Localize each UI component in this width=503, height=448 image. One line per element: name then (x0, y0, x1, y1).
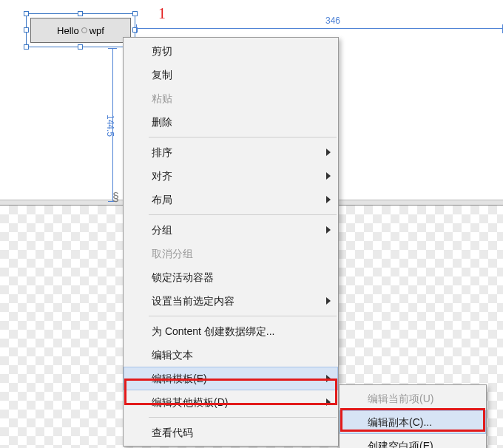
menu-item: 粘贴 (124, 86, 338, 110)
menu-item-label: 创建空白项(E)... (368, 440, 442, 448)
menu-item[interactable]: 布局 (124, 188, 338, 211)
menu-item[interactable]: 对齐 (124, 164, 338, 188)
menu-item[interactable]: 删除 (124, 110, 338, 134)
menu-item[interactable]: 为 Content 创建数据绑定... (124, 319, 338, 343)
menu-item[interactable]: 编辑其他模板(D) (124, 390, 338, 414)
menu-item: 编辑当前项(U) (340, 387, 486, 410)
menu-item-label: 编辑其他模板(D) (152, 396, 228, 408)
button-text-right: wpf (90, 25, 104, 36)
menu-item-label: 删除 (152, 116, 172, 128)
ruler-vertical: 144.5 (112, 48, 113, 202)
menu-item: 取消分组 (124, 242, 338, 265)
submenu-arrow-icon (326, 375, 331, 382)
menu-item[interactable]: 查看代码 (124, 421, 338, 444)
submenu-arrow-icon (326, 149, 331, 156)
menu-item-label: 锁定活动容器 (152, 271, 214, 283)
menu-separator (149, 214, 337, 215)
menu-item-label: 分组 (152, 224, 172, 236)
button-text-left: Hello (57, 25, 79, 36)
menu-item-label: 编辑文本 (152, 349, 193, 361)
submenu-arrow-icon (326, 172, 331, 180)
menu-item-label: 编辑当前项(U) (368, 393, 433, 404)
submenu-arrow-icon (326, 196, 331, 203)
menu-item-label: 对齐 (152, 170, 172, 182)
menu-item[interactable]: 分组 (124, 218, 338, 242)
submenu-arrow-icon (326, 398, 331, 406)
ruler-horizontal-value: 346 (325, 16, 340, 26)
menu-separator (149, 417, 337, 418)
menu-item[interactable]: 创建空白项(E)... (340, 434, 486, 448)
menu-item-label: 取消分组 (152, 248, 193, 259)
menu-separator (149, 137, 337, 138)
menu-item[interactable]: 复制 (124, 63, 338, 86)
cursor-ring-icon (81, 27, 87, 33)
menu-item-label: 查看代码 (152, 427, 193, 438)
designer-button-hello-wpf[interactable]: Hello wpf (30, 18, 131, 43)
menu-item[interactable]: 编辑模板(E) (124, 367, 338, 390)
context-menu-sub[interactable]: 编辑当前项(U)编辑副本(C)...创建空白项(E)... (339, 384, 487, 448)
menu-item-label: 排序 (152, 146, 172, 158)
menu-item[interactable]: 锁定活动容器 (124, 265, 338, 289)
menu-item-label: 设置当前选定内容 (152, 295, 234, 307)
context-menu-sub-list: 编辑当前项(U)编辑副本(C)...创建空白项(E)... (340, 385, 486, 448)
menu-item-label: 为 Content 创建数据绑定... (152, 325, 274, 337)
context-menu-main[interactable]: 剪切复制粘贴删除排序对齐布局分组取消分组锁定活动容器设置当前选定内容为 Cont… (123, 37, 339, 447)
section-glyph-icon: § (112, 191, 119, 204)
menu-item-label: 剪切 (152, 45, 172, 57)
menu-item[interactable]: 编辑副本(C)... (340, 410, 486, 434)
menu-item-label: 编辑模板(E) (152, 373, 207, 384)
submenu-arrow-icon (326, 226, 331, 234)
menu-item-label: 粘贴 (152, 92, 172, 104)
menu-item-label: 复制 (152, 69, 172, 81)
submenu-arrow-icon (326, 297, 331, 305)
ruler-vertical-value: 144.5 (105, 115, 115, 137)
annotation-1: 1 (158, 5, 166, 22)
menu-item[interactable]: 剪切 (124, 39, 338, 63)
menu-item-label: 布局 (152, 194, 172, 206)
menu-item[interactable]: 设置当前选定内容 (124, 289, 338, 313)
menu-item-label: 编辑副本(C)... (368, 416, 432, 428)
menu-item[interactable]: 排序 (124, 140, 338, 164)
context-menu-main-list: 剪切复制粘贴删除排序对齐布局分组取消分组锁定活动容器设置当前选定内容为 Cont… (124, 38, 338, 446)
menu-separator (149, 316, 337, 316)
menu-item[interactable]: 编辑文本 (124, 343, 338, 367)
ruler-horizontal: 346 (136, 28, 503, 29)
